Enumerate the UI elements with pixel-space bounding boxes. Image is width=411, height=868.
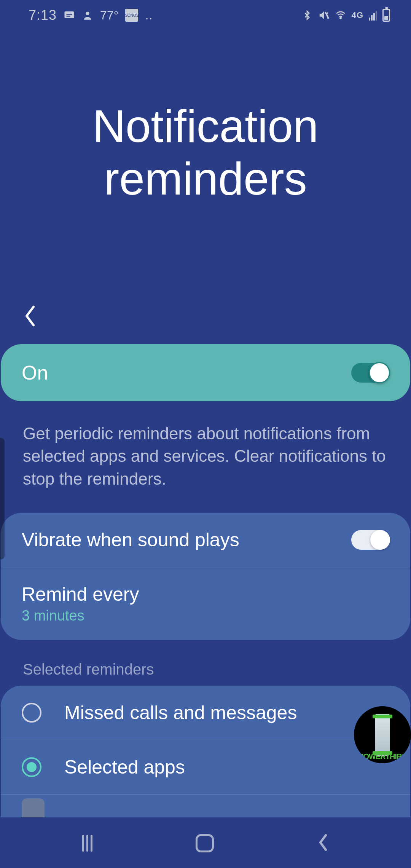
sonos-icon: SONOS	[125, 9, 138, 22]
page-title: Notification reminders	[0, 100, 411, 205]
master-toggle-row[interactable]: On	[1, 344, 410, 401]
wifi-icon	[335, 10, 346, 21]
back-row	[0, 305, 411, 344]
navigation-bar	[0, 819, 411, 868]
clock: 7:13	[29, 7, 57, 23]
header-area: Notification reminders	[0, 30, 411, 305]
message-icon	[64, 10, 75, 21]
status-right: 4G	[301, 9, 390, 22]
network-type: 4G	[352, 10, 363, 20]
svg-point-3	[340, 18, 341, 19]
bluetooth-icon	[301, 10, 313, 21]
temperature: 77°	[100, 8, 118, 22]
vibrate-switch[interactable]	[351, 530, 389, 550]
nav-back-button[interactable]	[317, 833, 329, 853]
reminder-option-partial[interactable]	[1, 795, 410, 817]
remind-interval-row[interactable]: Remind every 3 minutes	[1, 567, 410, 640]
more-dots-icon: ‥	[145, 9, 154, 22]
master-toggle-switch[interactable]	[351, 363, 389, 383]
vibrate-label: Vibrate when sound plays	[22, 529, 239, 551]
reminders-list: Missed calls and messages Selected apps	[1, 686, 410, 817]
edge-panel-handle[interactable]	[0, 438, 5, 560]
reminder-option-label: Missed calls and messages	[64, 702, 297, 724]
status-bar: 7:13 77° SONOS ‥ 4G	[0, 0, 411, 30]
remind-value: 3 minutes	[22, 608, 139, 624]
settings-group: Vibrate when sound plays Remind every 3 …	[1, 513, 410, 640]
reminder-option-selected-apps[interactable]: Selected apps	[1, 740, 410, 795]
nav-recents-button[interactable]	[82, 835, 92, 852]
app-icon	[22, 798, 45, 817]
radio-icon	[22, 757, 41, 777]
person-icon	[82, 10, 93, 21]
signal-icon	[369, 10, 377, 21]
description-text: Get periodic reminders about notificatio…	[0, 401, 411, 513]
floating-overlay-bubble[interactable]: POWERTHIRS	[354, 706, 411, 763]
mute-vibrate-icon	[318, 10, 330, 21]
master-toggle-label: On	[22, 361, 48, 384]
reminder-option-label: Selected apps	[64, 756, 185, 778]
radio-icon	[22, 703, 41, 723]
battery-icon	[382, 9, 390, 22]
vibrate-row[interactable]: Vibrate when sound plays	[1, 513, 410, 567]
remind-label: Remind every	[22, 583, 139, 605]
selected-reminders-header: Selected reminders	[0, 640, 411, 686]
nav-home-button[interactable]	[196, 834, 214, 852]
status-left: 7:13 77° SONOS ‥	[29, 7, 154, 23]
back-icon[interactable]	[23, 322, 37, 329]
reminder-option-missed[interactable]: Missed calls and messages	[1, 686, 410, 740]
svg-point-1	[86, 12, 89, 15]
